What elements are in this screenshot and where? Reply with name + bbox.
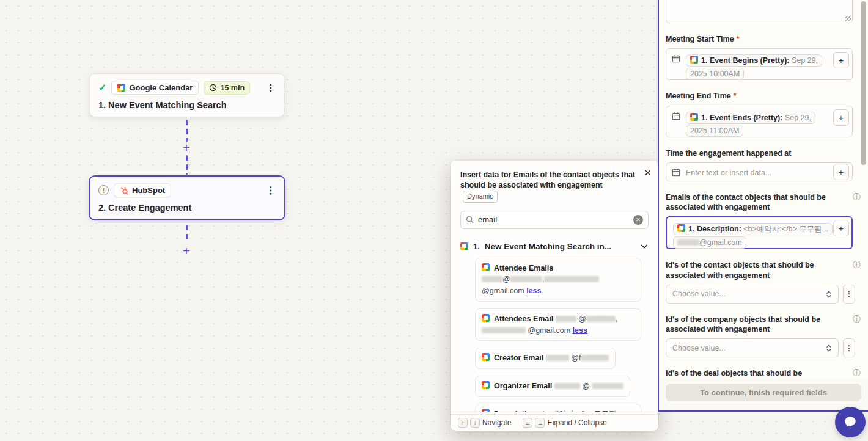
suggestion-item[interactable]: Creator Email @f xyxy=(475,348,616,369)
engagement-time-input[interactable]: Enter text or insert data... + xyxy=(666,162,853,181)
field-label-contact-emails: Emails of the contact objects that shoul… xyxy=(666,192,842,213)
chevron-down-icon xyxy=(640,242,649,250)
hint-label: Navigate xyxy=(482,418,511,427)
warning-icon: ! xyxy=(98,185,109,195)
keyboard-hint: ↑↓Navigate xyxy=(458,418,511,428)
clock-icon xyxy=(209,84,217,92)
connector-line xyxy=(186,155,188,175)
google-calendar-icon xyxy=(677,224,685,232)
notes-textarea[interactable] xyxy=(666,0,853,23)
google-calendar-icon xyxy=(690,56,698,64)
field-label-meeting-end: Meeting End Time xyxy=(666,91,731,101)
section-number: 1. xyxy=(473,242,480,251)
info-icon[interactable]: ⓘ xyxy=(853,192,861,201)
suggestion-item[interactable]: Organizer Email @ xyxy=(475,376,630,397)
panel-footer: To continue, finish required fields xyxy=(659,377,868,410)
app-name: Google Calendar xyxy=(129,83,193,92)
redacted-text xyxy=(510,276,542,282)
redacted-text xyxy=(581,355,609,361)
contact-ids-select[interactable]: Choose value... xyxy=(666,285,839,304)
info-icon[interactable]: ⓘ xyxy=(853,368,861,377)
calendar-icon xyxy=(672,168,680,177)
redacted-text xyxy=(592,383,623,389)
select-chevrons-icon xyxy=(825,344,833,352)
calendar-icon xyxy=(672,112,680,120)
insert-data-button[interactable]: + xyxy=(833,109,849,126)
less-link[interactable]: less xyxy=(526,286,541,295)
suggestion-label: Attendee Emails xyxy=(494,264,553,272)
google-calendar-icon xyxy=(482,263,490,271)
mapped-field-token: 1. Event Ends (Pretty): Sep 29, 2025 11:… xyxy=(686,112,815,137)
mapped-field-token: 1. Event Begins (Pretty): Sep 29, 2025 1… xyxy=(686,54,822,79)
step-card-2[interactable]: ! HubSpot ⋮ 2. Create Engagement xyxy=(89,175,285,221)
redacted-text xyxy=(544,276,599,282)
insert-data-popover: Insert data for Emails of the contact ob… xyxy=(451,161,658,431)
chat-widget-button[interactable] xyxy=(835,407,866,437)
suggestion-label: Attendees Email xyxy=(494,315,553,323)
resize-handle-icon[interactable] xyxy=(845,16,851,21)
panel-scrollbar[interactable] xyxy=(861,1,866,165)
search-value: email xyxy=(478,215,629,224)
field-menu-button[interactable]: ⋮ xyxy=(843,285,855,304)
chat-bubble-icon xyxy=(842,414,858,430)
google-calendar-icon xyxy=(482,353,490,361)
select-chevrons-icon xyxy=(825,290,833,299)
less-link[interactable]: less xyxy=(573,326,587,335)
step-1-menu-button[interactable]: ⋮ xyxy=(266,83,276,93)
redacted-text xyxy=(586,316,616,322)
info-icon[interactable]: ⓘ xyxy=(853,315,861,323)
required-asterisk: * xyxy=(734,91,737,101)
step-1-title: 1. New Event Matching Search xyxy=(98,100,276,110)
step-2-menu-button[interactable]: ⋮ xyxy=(266,186,276,195)
redacted-text xyxy=(482,327,526,333)
step-2-title: 2. Create Engagement xyxy=(98,203,276,213)
google-calendar-icon xyxy=(690,113,698,121)
keycap-icon: ← xyxy=(523,418,532,428)
select-placeholder: Choose value... xyxy=(672,290,726,298)
redacted-text xyxy=(482,276,502,282)
company-ids-select[interactable]: Choose value... xyxy=(666,338,839,357)
suggestion-item[interactable]: Attendees Email @, @gmail.com less xyxy=(475,308,641,341)
keyboard-hint: ←→Expand / Collapse xyxy=(523,418,606,428)
contact-emails-input[interactable]: 1. Description: <b>예약자:</b> 무무팜...@gmail… xyxy=(666,216,853,249)
success-check-icon: ✓ xyxy=(98,82,106,93)
dynamic-badge: Dynamic xyxy=(463,191,498,203)
continue-button[interactable]: To continue, finish required fields xyxy=(666,384,861,401)
add-step-button-2[interactable]: + xyxy=(180,244,193,257)
duration-badge: 15 min xyxy=(204,81,250,95)
field-suggestions-list: Attendee Emails@, @gmail.com lessAttende… xyxy=(460,258,649,412)
field-label-meeting-start: Meeting Start Time xyxy=(666,34,734,44)
redacted-text xyxy=(546,355,569,361)
google-calendar-icon xyxy=(482,381,490,389)
hubspot-icon xyxy=(120,186,128,195)
input-placeholder: Enter text or insert data... xyxy=(686,169,771,177)
step-card-1[interactable]: ✓ Google Calendar 15 min ⋮ 1. New Event … xyxy=(89,73,285,117)
google-calendar-icon xyxy=(460,242,468,250)
info-icon[interactable]: ⓘ xyxy=(853,260,861,269)
clear-search-icon[interactable]: ✕ xyxy=(633,215,643,225)
step-config-panel: Meeting Start Time* 1. Event Begins (Pre… xyxy=(658,0,868,412)
popover-search-input[interactable]: email ✕ xyxy=(460,211,649,229)
redacted-text xyxy=(556,316,576,322)
keycap-icon: ↑ xyxy=(458,418,468,428)
select-placeholder: Choose value... xyxy=(672,344,726,352)
insert-data-button[interactable]: + xyxy=(833,164,849,180)
meeting-end-input[interactable]: 1. Event Ends (Pretty): Sep 29, 2025 11:… xyxy=(666,106,853,137)
suggestion-item[interactable]: Description <b>예약자:</b> 무무팜 @gmail.com l… xyxy=(475,404,641,412)
meeting-start-input[interactable]: 1. Event Begins (Pretty): Sep 29, 2025 1… xyxy=(666,48,853,80)
search-icon xyxy=(466,216,474,224)
app-badge-google-calendar: Google Calendar xyxy=(111,81,199,95)
insert-data-button[interactable]: + xyxy=(833,220,849,236)
connector-line xyxy=(186,120,188,142)
add-step-button-1[interactable]: + xyxy=(180,141,193,154)
insert-data-button[interactable]: + xyxy=(833,52,849,68)
field-menu-button[interactable]: ⋮ xyxy=(843,338,855,357)
step-section-header[interactable]: 1. New Event Matching Search in... xyxy=(460,242,649,251)
section-title: New Event Matching Search in... xyxy=(485,242,611,251)
popover-title: Insert data for Emails of the contact ob… xyxy=(460,170,639,203)
app-badge-hubspot: HubSpot xyxy=(114,183,171,197)
close-icon[interactable]: × xyxy=(644,167,651,178)
suggestion-item[interactable]: Attendee Emails@, @gmail.com less xyxy=(475,258,641,302)
google-calendar-icon xyxy=(117,84,125,92)
suggestion-label: Creator Email xyxy=(494,354,543,362)
